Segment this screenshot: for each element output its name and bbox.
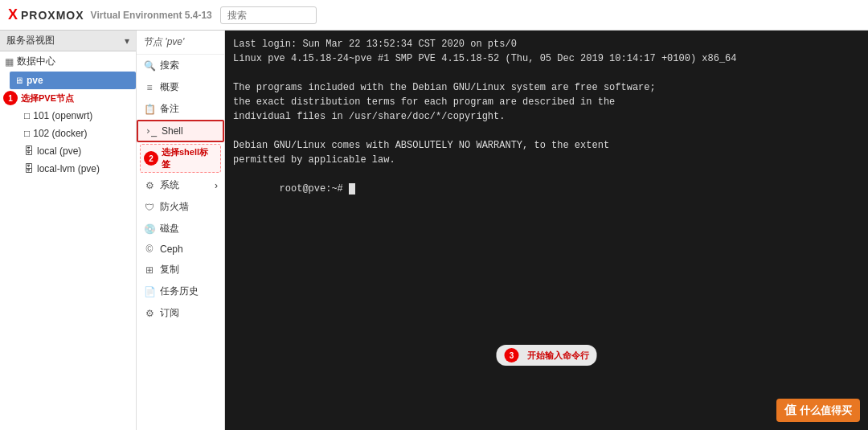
- mid-item-shell[interactable]: ›_ Shell: [137, 120, 224, 142]
- copy-icon: ⊞: [143, 264, 156, 276]
- topbar: X PROXMOX Virtual Environment 5.4-13: [0, 0, 868, 31]
- node-header: 节点 'pve': [137, 31, 224, 55]
- annotation2-badge: 2: [144, 151, 158, 166]
- mid-item-summary-label: 概要: [160, 80, 179, 94]
- server-view-label: 服务器视图: [6, 34, 55, 47]
- sidebar-item-local[interactable]: 🗄 local (pve): [19, 142, 136, 160]
- mid-item-notes[interactable]: 📋 备注: [137, 98, 224, 120]
- vm102-icon: □: [24, 128, 30, 139]
- mid-item-search-label: 搜索: [160, 59, 179, 72]
- vm102-label: 102 (docker): [33, 128, 87, 139]
- sidebar-item-102[interactable]: □ 102 (docker): [19, 125, 136, 142]
- mid-item-copy-label: 复制: [160, 263, 179, 276]
- mid-item-subscription[interactable]: ⚙ 订阅: [137, 302, 224, 324]
- mid-item-ceph[interactable]: © Ceph: [137, 240, 224, 259]
- datacenter-icon: ▦: [5, 56, 14, 68]
- system-arrow-icon: ›: [215, 180, 218, 191]
- mid-item-ceph-label: Ceph: [160, 244, 183, 255]
- storage-lvm-icon: 🗄: [24, 163, 34, 174]
- watermark: 值 什么值得买: [776, 399, 860, 422]
- terminal-content: Last login: Sun Mar 22 13:52:34 CST 2020…: [225, 31, 868, 430]
- terminal-line-2: Linux pve 4.15.18-24~pve #1 SMP PVE 4.15…: [233, 51, 860, 66]
- mid-item-task-history-label: 任务历史: [160, 285, 199, 298]
- chevron-down-icon: ▾: [125, 35, 129, 47]
- annotation1-text: 选择PVE节点: [21, 92, 74, 104]
- terminal-line-5: the exact distribution terms for each pr…: [233, 95, 860, 109]
- mid-item-system[interactable]: ⚙ 系统 ›: [137, 174, 224, 196]
- annotation3-text: 开始输入命令行: [527, 350, 589, 362]
- terminal-line-6: individual files in /usr/share/doc/*/cop…: [233, 109, 860, 124]
- annotation1-badge: 1: [3, 91, 18, 105]
- mid-item-firewall-label: 防火墙: [160, 200, 189, 214]
- mid-item-shell-label: Shell: [162, 125, 183, 137]
- system-icon: ⚙: [143, 180, 156, 191]
- search-icon: 🔍: [143, 60, 156, 72]
- task-history-icon: 📄: [143, 286, 156, 297]
- ceph-icon: ©: [143, 244, 156, 255]
- mid-item-notes-label: 备注: [160, 102, 179, 116]
- sidebar-item-local-lvm[interactable]: 🗄 local-lvm (pve): [19, 160, 136, 178]
- pve-server-icon: 🖥: [14, 76, 23, 85]
- logo-proxmox: PROXMOX: [21, 9, 84, 22]
- sidebar-item-label: 数据中心: [17, 55, 55, 68]
- terminal-area[interactable]: Last login: Sun Mar 22 13:52:34 CST 2020…: [225, 31, 868, 430]
- main-layout: 服务器视图 ▾ ▦ 数据中心 🖥 pve 1 选择PVE节点 □ 101 (op…: [0, 31, 868, 430]
- annotation2-row: 2 选择shell标签: [140, 144, 221, 173]
- terminal-line-1: Last login: Sun Mar 22 13:52:34 CST 2020…: [233, 37, 860, 51]
- vm101-icon: □: [24, 110, 30, 121]
- terminal-line-7: [233, 124, 860, 138]
- terminal-line-9: permitted by applicable law.: [233, 153, 860, 167]
- storage-lvm-label: local-lvm (pve): [37, 163, 100, 174]
- logo-x: X: [8, 6, 18, 23]
- sidebar-item-pve[interactable]: 🖥 pve: [10, 72, 136, 89]
- logo-ve: Virtual Environment 5.4-13: [91, 10, 212, 21]
- terminal-prompt: root@pve:~#: [280, 183, 349, 195]
- mid-item-disk[interactable]: 💿 磁盘: [137, 218, 224, 240]
- summary-icon: ≡: [143, 82, 156, 93]
- annotation3-badge: 3: [505, 348, 519, 362]
- mid-item-search[interactable]: 🔍 搜索: [137, 55, 224, 76]
- mid-item-copy[interactable]: ⊞ 复制: [137, 259, 224, 281]
- storage-local-label: local (pve): [37, 145, 81, 157]
- search-input[interactable]: [220, 6, 317, 24]
- sidebar-item-101[interactable]: □ 101 (openwrt): [19, 107, 136, 125]
- watermark-logo: 值: [784, 403, 796, 418]
- sidebar-header: 服务器视图 ▾: [0, 31, 136, 51]
- sidebar-item-datacenter[interactable]: ▦ 数据中心: [0, 51, 136, 72]
- mid-item-summary[interactable]: ≡ 概要: [137, 76, 224, 98]
- sidebar-mid: 节点 'pve' 🔍 搜索 ≡ 概要 📋 备注 ›_ Shell 2 选择she…: [137, 31, 225, 430]
- terminal-line-3: [233, 66, 860, 80]
- firewall-icon: 🛡: [143, 202, 156, 213]
- disk-icon: 💿: [143, 223, 156, 235]
- logo: X PROXMOX Virtual Environment 5.4-13: [8, 6, 212, 23]
- mid-item-firewall[interactable]: 🛡 防火墙: [137, 196, 224, 218]
- terminal-prompt-line: root@pve:~#: [233, 167, 860, 211]
- mid-item-subscription-label: 订阅: [160, 306, 179, 320]
- subscription-icon: ⚙: [143, 308, 156, 319]
- mid-item-disk-label: 磁盘: [160, 222, 179, 235]
- terminal-cursor: [349, 183, 355, 195]
- storage-local-icon: 🗄: [24, 145, 34, 157]
- sidebar-left: 服务器视图 ▾ ▦ 数据中心 🖥 pve 1 选择PVE节点 □ 101 (op…: [0, 31, 137, 430]
- annotation1-row: 1 选择PVE节点: [0, 89, 136, 107]
- mid-item-system-label: 系统: [160, 178, 179, 192]
- shell-icon: ›_: [145, 125, 158, 137]
- vm101-label: 101 (openwrt): [33, 110, 92, 121]
- terminal-line-8: Debian GNU/Linux comes with ABSOLUTELY N…: [233, 138, 860, 153]
- annotation3-row: 3 开始输入命令行: [497, 345, 597, 366]
- pve-label: pve: [27, 75, 43, 86]
- mid-item-task-history[interactable]: 📄 任务历史: [137, 281, 224, 302]
- terminal-line-4: The programs included with the Debian GN…: [233, 80, 860, 95]
- watermark-text: 什么值得买: [800, 403, 852, 418]
- notes-icon: 📋: [143, 104, 156, 115]
- annotation2-text: 选择shell标签: [162, 146, 217, 170]
